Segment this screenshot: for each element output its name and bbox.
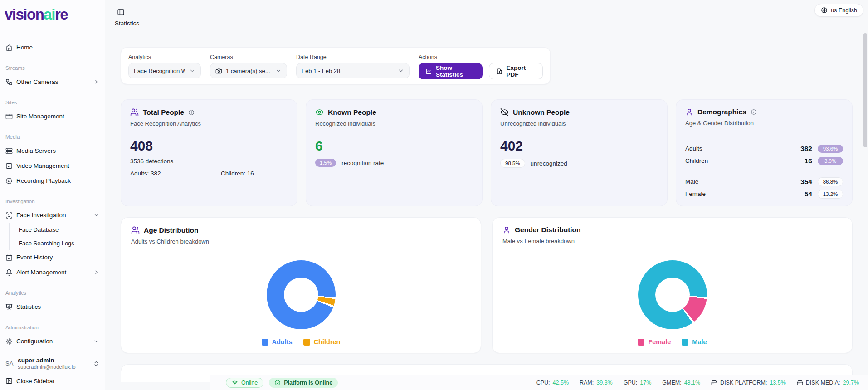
sidebar-item-label: Event History [16,254,53,261]
chevrons-up-down-icon [93,361,99,367]
sidebar-item-home[interactable]: Home [4,40,101,55]
check-circle-icon [274,380,281,386]
sidebar-item-configuration[interactable]: Configuration [4,334,101,349]
age-distribution-card: Age Distribution Adults vs Children brea… [121,217,481,353]
sidebar-item-face-database[interactable]: Face Database [10,223,101,236]
detections-count: 3536 detections [130,158,288,165]
sidebar-item-alert-management[interactable]: Alert Management [4,265,101,280]
export-pdf-button[interactable]: Export PDF [489,63,543,79]
user-email: superadmin@nodeflux.io [18,364,75,370]
demographics-row-adults: Adults 382 93.6% [685,142,843,155]
disk-media-stat: DISK MEDIA:29.7% [797,380,859,386]
divider [685,171,843,171]
sidebar-toggle-button[interactable] [115,6,127,18]
system-stats: CPU:42.5% RAM:39.3% GPU:17% GMEM:48.1% D… [536,380,859,386]
legend-item-adults[interactable]: Adults [262,338,293,346]
legend-swatch [682,339,688,346]
gear-icon [5,338,13,345]
sidebar-section-investigation: Investigation [4,198,101,205]
legend-swatch [638,339,644,346]
panel-left-icon [117,8,125,16]
date-range-filter-group: Date Range Feb 1 - Feb 28 [296,53,410,78]
sidebar-item-label: Configuration [16,338,53,345]
avatar: SA [5,360,13,367]
sidebar-item-label: Media Servers [16,147,56,154]
unrecognized-label: unrecognized [531,160,567,167]
demographics-row-male: Male 354 86.8% [685,176,843,188]
sidebar-item-label: Alert Management [16,269,66,276]
unrecognized-badge: 98.5% [500,159,525,168]
analytics-filter-group: Analytics Face Recognition W [128,53,201,78]
analytics-select-value: Face Recognition W [134,68,185,74]
sidebar-item-site-management[interactable]: Site Management [4,109,101,124]
hard-drive-icon [797,380,803,386]
total-people-card: Total People Face Recognition Analytics … [121,99,297,206]
wifi-icon [232,380,238,386]
cameras-select[interactable]: 1 camera(s) se... [210,63,287,78]
date-range-filter-label: Date Range [296,54,410,60]
person-icon [685,108,693,116]
sidebar-item-video-management[interactable]: Video Management [4,158,101,173]
topbar-divider [131,7,131,16]
recognition-rate-label: recognition rate [341,160,384,166]
close-sidebar-button[interactable]: Close Sidebar [4,373,101,389]
presentation-chart-icon [5,303,13,311]
legend-item-female[interactable]: Female [638,338,671,346]
language-label: us English [831,7,857,14]
show-statistics-button[interactable]: Show Statistics [419,63,483,79]
date-range-select[interactable]: Feb 1 - Feb 28 [296,63,410,78]
content: Analytics Face Recognition W Cameras 1 c… [105,47,868,382]
cpu-stat: CPU:42.5% [536,380,569,386]
vertical-scrollbar[interactable] [863,33,867,147]
demographics-row-children: Children 16 3.9% [685,155,843,167]
sidebar-item-recording-playback[interactable]: Recording Playback [4,173,101,188]
sidebar-item-face-investigation[interactable]: Face Investigation [4,208,101,223]
known-people-card: Known People Recognized individuals 6 1.… [306,99,483,206]
chart-title: Age Distribution [144,226,199,234]
sidebar-item-face-searching-logs[interactable]: Face Searching Logs [10,236,101,250]
users-icon [130,108,139,117]
disk-platform-stat: DISK PLATFORM:13.5% [711,380,786,386]
sidebar-item-statistics[interactable]: Statistics [4,299,101,314]
record-icon [5,177,13,185]
sidebar-item-other-cameras[interactable]: Other Cameras [4,74,101,89]
users-icon [131,226,140,234]
legend-swatch [303,339,310,346]
platform-label: Platform is Online [284,380,332,386]
sidebar-item-media-servers[interactable]: Media Servers [4,143,101,158]
video-panel-icon [5,162,13,170]
analytics-select[interactable]: Face Recognition W [128,63,201,78]
age-distribution-legend: Adults Children [121,338,481,346]
user-menu[interactable]: SA super admin superadmin@nodeflux.io [4,354,101,373]
chevron-right-icon [93,79,99,85]
sidebar-item-event-history[interactable]: Event History [4,250,101,265]
user-name: super admin [18,357,75,364]
analytics-filter-label: Analytics [128,54,201,60]
known-people-value: 6 [315,139,473,153]
card-subtitle: Age & Gender Distribution [685,120,843,127]
sidebar-item-label: Statistics [16,303,41,310]
info-icon[interactable] [188,109,195,116]
card-title: Total People [143,108,184,117]
date-range-value: Feb 1 - Feb 28 [302,68,340,74]
unknown-people-card: Unknown People Unrecognized individuals … [491,99,668,206]
online-label: Online [241,380,258,386]
gender-distribution-donut [638,260,707,329]
sidebar-section-media: Media [4,133,101,141]
demographics-card: Demographics Age & Gender Distribution A… [676,99,853,206]
face-investigation-subgroup: Face Database Face Searching Logs [9,223,101,250]
chevron-down-icon [93,212,99,218]
chevron-down-icon [275,68,282,74]
stats-row: Total People Face Recognition Analytics … [121,99,853,206]
calendar-check-icon [5,254,13,261]
show-statistics-label: Show Statistics [436,64,475,78]
legend-item-children[interactable]: Children [303,338,341,346]
sidebar-item-label: Video Management [16,162,69,169]
cameras-select-value: 1 camera(s) se... [226,68,270,74]
chevron-down-icon [93,338,99,344]
ram-stat: RAM:39.3% [580,380,613,386]
chevron-down-icon [398,68,404,74]
language-selector[interactable]: us English [814,4,863,17]
legend-item-male[interactable]: Male [682,338,707,346]
info-icon[interactable] [751,109,757,115]
